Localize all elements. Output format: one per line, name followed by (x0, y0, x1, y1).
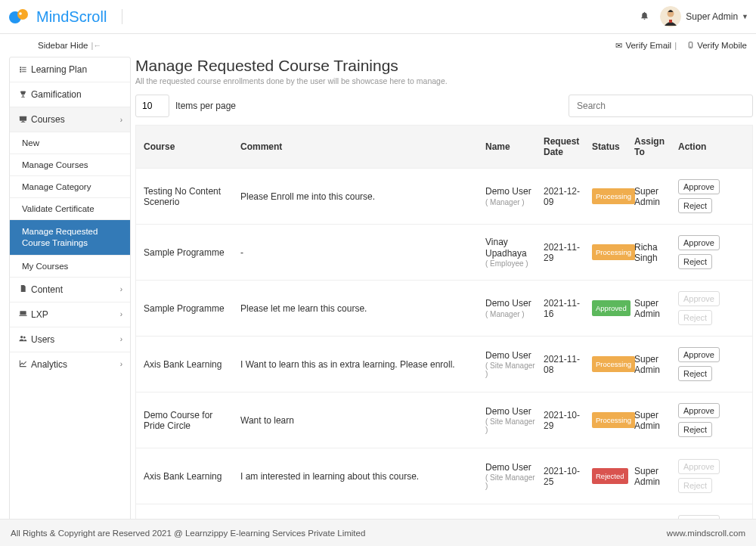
sidebar-label: Users (31, 334, 120, 345)
reject-button[interactable]: Reject (678, 254, 712, 269)
sidebar-item-new[interactable]: New (10, 132, 130, 154)
sidebar-item-users[interactable]: Users › (10, 327, 130, 352)
sidebar-item-manage-courses[interactable]: Manage Courses (10, 154, 130, 176)
sidebar-hide-button[interactable]: Sidebar Hide |← (38, 41, 101, 50)
logo-icon (8, 8, 33, 25)
user-name: Demo User (485, 350, 531, 361)
cell-assign: Super Admin (631, 298, 675, 319)
approve-button[interactable]: Approve (678, 403, 720, 418)
sidebar-item-validate-certificate[interactable]: Validate Certificate (10, 198, 130, 220)
sidebar-item-gamification[interactable]: Gamification (10, 82, 130, 107)
cell-assign: Richa Singh (631, 242, 675, 263)
cell-comment: I am interested in learning about this c… (237, 471, 482, 482)
approve-button[interactable]: Approve (678, 179, 720, 194)
cell-action: ApproveReject (675, 459, 727, 493)
cell-action: ApproveReject (675, 235, 727, 269)
cell-assign: Super Admin (631, 354, 675, 375)
cell-comment: I Want to learn this as in extra learnin… (237, 359, 482, 370)
cell-name: Demo User( Site Manager ) (482, 406, 541, 435)
verify-mobile-link[interactable]: Verify Mobile (687, 41, 747, 51)
user-role: ( Manager ) (485, 310, 538, 318)
svg-rect-8 (19, 116, 26, 120)
sidebar-label: Learning Plan (31, 64, 122, 75)
sidebar-label: Content (31, 284, 120, 295)
svg-rect-11 (20, 312, 26, 315)
col-name[interactable]: Name (482, 141, 541, 152)
main: Learning Plan Gamification Courses › New… (0, 57, 756, 546)
col-comment[interactable]: Comment (237, 141, 482, 152)
footer-link[interactable]: www.mindscroll.com (667, 529, 745, 538)
computer-icon (17, 115, 28, 125)
col-status[interactable]: Status (589, 141, 631, 152)
chevron-right-icon: › (120, 360, 122, 368)
col-date[interactable]: Request Date (541, 136, 589, 157)
footer-copyright: All Rights & Copyright are Reserved 2021… (11, 529, 365, 538)
envelope-icon: ✉ (615, 41, 622, 51)
user-menu[interactable]: Super Admin ▼ (660, 6, 748, 27)
items-per-page-label: Items per page (175, 101, 236, 111)
approve-button[interactable]: Approve (678, 347, 720, 362)
separator (122, 9, 122, 24)
user-role: ( Site Manager ) (485, 473, 538, 490)
requests-table: Course Comment Name Request Date Status … (135, 125, 753, 546)
sidebar-item-manage-category[interactable]: Manage Category (10, 176, 130, 198)
sidebar-item-my-courses[interactable]: My Courses (10, 256, 130, 278)
col-assign[interactable]: Assign To (631, 136, 675, 157)
sidebar-item-courses[interactable]: Courses › (10, 107, 130, 132)
sidebar-item-learning-plan[interactable]: Learning Plan (10, 57, 130, 82)
table-row: Sample ProgrammePlease let me learn this… (136, 281, 752, 337)
user-role: ( Employee ) (485, 259, 538, 268)
reject-button[interactable]: Reject (678, 422, 712, 437)
user-role: ( Site Manager ) (485, 417, 538, 434)
chevron-right-icon: › (120, 116, 122, 124)
cell-course: Sample Programme (141, 247, 237, 258)
cell-assign: Super Admin (631, 466, 675, 487)
sidebar-label: Manage Courses (22, 160, 88, 169)
cell-date: 2021-11-08 (541, 354, 589, 375)
status-badge: Rejected (592, 468, 628, 484)
items-per-page-input[interactable] (135, 95, 169, 117)
cell-date: 2021-10-25 (541, 466, 589, 487)
cell-date: 2021-10-29 (541, 410, 589, 431)
reject-button[interactable]: Reject (678, 366, 712, 381)
sidebar-label: My Courses (22, 262, 68, 271)
cell-status: Rejected (589, 468, 631, 484)
sidebar-item-content[interactable]: Content › (10, 278, 130, 302)
chevron-right-icon: › (120, 285, 122, 293)
svg-point-1 (17, 9, 28, 20)
sidebar-label: Manage Requested Course Trainings (22, 226, 122, 249)
status-badge: Approved (592, 300, 631, 316)
logo[interactable]: MindScroll (8, 8, 107, 26)
cell-comment: Please let me learn this course. (237, 303, 482, 314)
reject-button: Reject (678, 310, 712, 325)
caret-down-icon: ▼ (742, 13, 748, 20)
approve-button: Approve (678, 291, 720, 306)
reject-button[interactable]: Reject (678, 198, 712, 213)
search-input[interactable] (569, 95, 753, 117)
cell-date: 2021-12-09 (541, 186, 589, 207)
approve-button[interactable]: Approve (678, 235, 720, 250)
status-badge: Processing (592, 188, 635, 204)
cell-comment: - (237, 247, 482, 258)
topbar: MindScroll Super Admin ▼ (0, 0, 756, 34)
controls-row: Items per page (135, 95, 753, 117)
sidebar-item-manage-requested[interactable]: Manage Requested Course Trainings (10, 220, 130, 256)
table-row: Testing No Content ScenerioPlease Enroll… (136, 169, 752, 225)
sidebar-item-lxp[interactable]: LXP › (10, 302, 130, 327)
laptop-icon (17, 309, 28, 319)
user-name: Demo User (485, 462, 531, 473)
cell-action: ApproveReject (675, 179, 727, 213)
col-course[interactable]: Course (141, 141, 237, 152)
sidebar-label: New (22, 138, 39, 147)
cell-name: Demo User( Site Manager ) (482, 350, 541, 379)
status-badge: Processing (592, 412, 635, 428)
cell-course: Sample Programme (141, 303, 237, 314)
sidebar-item-analytics[interactable]: Analytics › (10, 352, 130, 377)
cell-course: Axis Bank Learning (141, 359, 237, 370)
svg-rect-5 (669, 20, 672, 23)
verify-email-label: Verify Email (625, 41, 671, 50)
table-row: Axis Bank LearningI am interested in lea… (136, 448, 752, 504)
notifications-icon[interactable] (640, 11, 649, 23)
verify-email-link[interactable]: ✉ Verify Email (615, 41, 671, 51)
reject-button: Reject (678, 478, 712, 493)
